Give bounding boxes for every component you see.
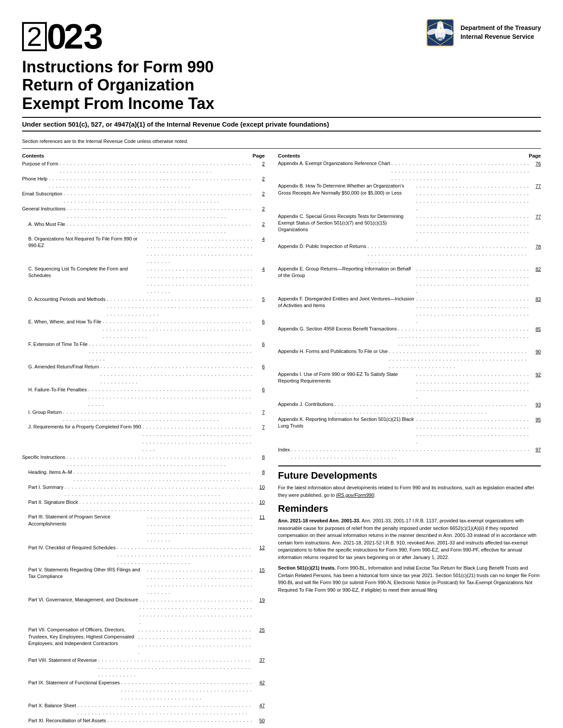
- section-note: Section references are to the Internal R…: [22, 139, 541, 144]
- reminders-paragraph-1: Ann. 2021-18 revoked Ann. 2001-33. Ann. …: [278, 517, 541, 561]
- toc-item: B. Organizations Not Required To File Fo…: [22, 236, 265, 266]
- toc-item: Appendix B. How To Determine Whether an …: [278, 183, 541, 213]
- irs-logo-area: IRS Department of the Treasury Internal …: [425, 18, 541, 48]
- toc-item: Specific Instructions 8: [22, 454, 265, 469]
- toc-item: H. Failure-To-File Penalties 6: [22, 386, 265, 409]
- svg-text:IRS: IRS: [437, 37, 443, 41]
- toc-item: Part V. Statements Regarding Other IRS F…: [22, 567, 265, 597]
- toc-item: Part IV. Checklist of Required Schedules…: [22, 544, 265, 567]
- toc-item: Appendix A. Exempt Organizations Referen…: [278, 160, 541, 183]
- content-area: Contents Page Purpose of Form 2 Phone He…: [22, 153, 541, 728]
- toc-item: Part VII. Compensation of Officers, Dire…: [22, 627, 265, 657]
- toc-item: C. Sequencing List To Complete the Form …: [22, 266, 265, 296]
- toc-item: Phone Help 2: [22, 175, 265, 190]
- toc-right-and-content: Contents Page Appendix A. Exempt Organiz…: [278, 153, 541, 728]
- toc-item: G. Amended Return/Final Return 6: [22, 363, 265, 386]
- reminders-paragraph-2: Section 501(c)(21) trusts. Form 990-BL, …: [278, 564, 541, 593]
- subtitle: Under section 501(c), 527, or 4947(a)(1)…: [22, 117, 541, 131]
- svg-point-6: [437, 22, 443, 28]
- toc-item: A. Who Must File 2: [22, 221, 265, 236]
- toc-item: Appendix D. Public Inspection of Returns…: [278, 243, 541, 266]
- toc-item: Index 97: [278, 446, 541, 461]
- toc-item: Part IX. Statement of Functional Expense…: [22, 679, 265, 702]
- year-display: 2023: [22, 18, 103, 54]
- toc-item: Appendix I. Use of Form 990 or 990-EZ To…: [278, 371, 541, 401]
- main-title: Instructions for Form 990 Return of Orga…: [22, 58, 541, 113]
- toc-item: J. Requirements for a Properly Completed…: [22, 424, 265, 454]
- page-header: 2023 IRS Department of the Treasury Inte…: [22, 18, 541, 54]
- toc-item: D. Accounting Periods and Methods 5: [22, 296, 265, 318]
- irs-eagle-icon: IRS: [425, 18, 455, 48]
- toc-item: Appendix H. Forms and Publications To Fi…: [278, 348, 541, 371]
- toc-item: Part X. Balance Sheet 47: [22, 702, 265, 717]
- toc-item: Part XI. Reconciliation of Net Assets 50: [22, 717, 265, 728]
- agency-name: Department of the Treasury Internal Reve…: [461, 24, 541, 41]
- toc-item: Heading. Items A–M 8: [22, 469, 265, 484]
- year-title-block: 2023: [22, 18, 103, 54]
- toc-left-header: Contents Page: [22, 153, 265, 158]
- toc-item: Part II. Signature Block 10: [22, 499, 265, 514]
- toc-item: Purpose of Form 2: [22, 160, 265, 175]
- toc-item: Email Subscription 2: [22, 190, 265, 205]
- future-developments-text: For the latest information about develop…: [278, 484, 541, 499]
- toc-right-header: Contents Page: [278, 153, 541, 158]
- toc-item: Appendix K. Reporting Information for Se…: [278, 416, 541, 446]
- toc-item: F. Extension of Time To File 6: [22, 341, 265, 363]
- toc-item: General Instructions 2: [22, 205, 265, 220]
- toc-item: Part VI. Governance, Management, and Dis…: [22, 597, 265, 627]
- toc-item: E. When, Where, and How To File 6: [22, 318, 265, 341]
- toc-item: Part I. Summary 10: [22, 484, 265, 499]
- toc-left: Contents Page Purpose of Form 2 Phone He…: [22, 153, 265, 728]
- toc-item: Appendix J. Contributions 93: [278, 401, 541, 416]
- reminders-title: Reminders: [278, 503, 541, 514]
- toc-item: I. Group Return 7: [22, 409, 265, 424]
- toc-item: Part VIII. Statement of Revenue 37: [22, 657, 265, 679]
- future-developments-title: Future Developments: [278, 465, 541, 481]
- toc-item: Appendix G. Section 4958 Excess Benefit …: [278, 326, 541, 348]
- toc-item: Appendix F. Disregarded Entities and Joi…: [278, 296, 541, 326]
- toc-item: Appendix C. Special Gross Receipts Tests…: [278, 213, 541, 243]
- toc-item: Part III. Statement of Program Service A…: [22, 514, 265, 544]
- toc-item: Appendix E. Group Returns—Reporting Info…: [278, 266, 541, 296]
